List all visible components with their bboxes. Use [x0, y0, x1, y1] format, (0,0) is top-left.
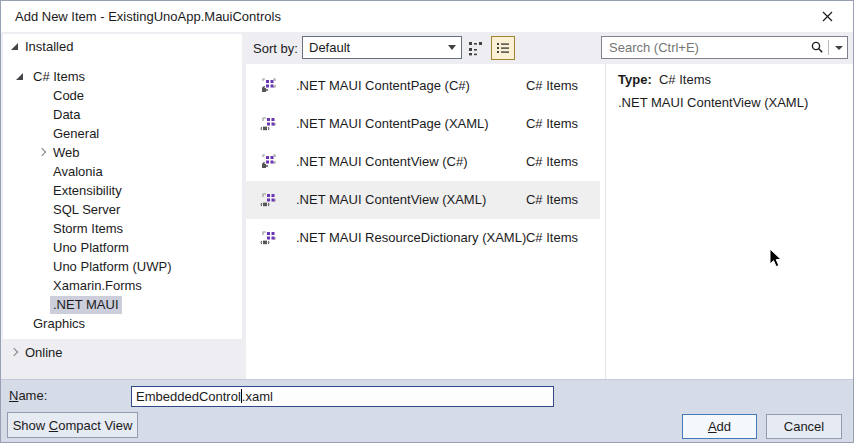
- name-input[interactable]: EmbeddedControl.xaml: [131, 386, 554, 407]
- name-label-accel: N: [9, 388, 18, 403]
- template-type-line: Type: C# Items: [618, 72, 711, 87]
- tree-node-online[interactable]: Online: [3, 344, 242, 362]
- search-divider: [828, 40, 829, 55]
- chevron-down-icon: [448, 45, 456, 50]
- tree-node-storm-items[interactable]: Storm Items: [3, 220, 242, 238]
- tree-node-uno-platform-uwp[interactable]: Uno Platform (UWP): [3, 258, 242, 276]
- template-item-name: .NET MAUI ContentPage (C#): [296, 67, 470, 105]
- maui-xaml-item-icon: [259, 191, 277, 209]
- tree-node-label: Installed: [22, 38, 76, 56]
- tree-node-general[interactable]: General: [3, 125, 242, 143]
- template-item-contentview-csharp[interactable]: .NET MAUI ContentView (C#) C# Items: [246, 143, 600, 181]
- tree-node-avalonia[interactable]: Avalonia: [3, 163, 242, 181]
- close-button[interactable]: [809, 4, 845, 29]
- tree-node-label: Avalonia: [50, 163, 106, 181]
- title-bar: Add New Item - ExistingUnoApp.MauiContro…: [1, 1, 853, 32]
- tree-node-label-selected: .NET MAUI: [50, 296, 122, 314]
- add-button[interactable]: Add: [682, 414, 757, 439]
- search-placeholder: Search (Ctrl+E): [609, 40, 699, 55]
- tree-node-label: Storm Items: [50, 220, 126, 238]
- add-accel: A: [708, 419, 717, 434]
- tree-node-label: Web: [50, 144, 83, 162]
- template-item-contentpage-csharp[interactable]: .NET MAUI ContentPage (C#) C# Items: [246, 67, 600, 105]
- template-item-category: C# Items: [526, 219, 578, 257]
- type-value: C# Items: [659, 72, 711, 87]
- template-item-name: .NET MAUI ContentView (C#): [296, 143, 467, 181]
- cancel-button[interactable]: Cancel: [766, 414, 842, 439]
- tree-node-data[interactable]: Data: [3, 106, 242, 124]
- template-item-category: C# Items: [526, 67, 578, 105]
- template-item-contentpage-xaml[interactable]: .NET MAUI ContentPage (XAML) C# Items: [246, 105, 600, 143]
- tree-node-sql-server[interactable]: SQL Server: [3, 201, 242, 219]
- tree-node-label: Online: [22, 344, 66, 362]
- tree-node-label: C# Items: [30, 68, 88, 86]
- tree-node-label: Data: [50, 106, 83, 124]
- tree-node-csharp-items[interactable]: C# Items: [3, 68, 242, 86]
- template-item-category: C# Items: [526, 105, 578, 143]
- name-label-rest: ame:: [18, 388, 47, 403]
- dialog-title: Add New Item - ExistingUnoApp.MauiContro…: [15, 9, 281, 24]
- compact-accel: C: [49, 418, 58, 433]
- list-view-icon: [495, 40, 511, 56]
- tree-node-label: Uno Platform (UWP): [50, 258, 174, 276]
- tree-node-installed[interactable]: Installed: [3, 38, 242, 56]
- tree-node-label: Graphics: [30, 315, 88, 333]
- small-icons-view-button[interactable]: [464, 36, 488, 60]
- template-item-category: C# Items: [526, 143, 578, 181]
- tree-node-web[interactable]: Web: [3, 144, 242, 162]
- name-value-before-caret: EmbeddedControl: [136, 389, 241, 404]
- tree-node-uno-platform[interactable]: Uno Platform: [3, 239, 242, 257]
- maui-xaml-item-icon: [259, 229, 277, 247]
- tree-node-graphics[interactable]: Graphics: [3, 315, 242, 333]
- tree-node-label: General: [50, 125, 102, 143]
- compact-pre: Show: [13, 418, 49, 433]
- template-item-contentview-xaml-selected[interactable]: .NET MAUI ContentView (XAML) C# Items: [246, 181, 600, 219]
- name-label: Name:: [9, 388, 47, 403]
- tree-node-xamarin-forms[interactable]: Xamarin.Forms: [3, 277, 242, 295]
- template-item-name: .NET MAUI ResourceDictionary (XAML): [296, 219, 526, 257]
- expander-open-icon[interactable]: [16, 68, 28, 86]
- compact-post: ompact View: [58, 418, 132, 433]
- footer-bar: Name: EmbeddedControl.xaml Show Compact …: [1, 379, 853, 443]
- template-category-tree: Installed C# Items Code Data General Web…: [3, 34, 242, 339]
- small-icons-view-icon: [468, 40, 484, 56]
- show-compact-view-button[interactable]: Show Compact View: [7, 412, 138, 438]
- name-value-after-caret: .xaml: [242, 389, 273, 404]
- tree-node-extensibility[interactable]: Extensibility: [3, 182, 242, 200]
- tree-node-dotnet-maui[interactable]: .NET MAUI: [3, 296, 242, 314]
- template-item-resourcedictionary-xaml[interactable]: .NET MAUI ResourceDictionary (XAML) C# I…: [246, 219, 600, 257]
- template-item-name: .NET MAUI ContentPage (XAML): [296, 105, 489, 143]
- sort-by-dropdown[interactable]: Default: [302, 36, 462, 59]
- tree-node-label: Xamarin.Forms: [50, 277, 145, 295]
- tree-node-label: Extensibility: [50, 182, 125, 200]
- search-icon[interactable]: [810, 40, 824, 54]
- maui-csharp-item-icon: [259, 153, 277, 171]
- add-rest: dd: [717, 419, 731, 434]
- list-view-button[interactable]: [491, 36, 515, 60]
- template-description: .NET MAUI ContentView (XAML): [618, 95, 808, 110]
- sort-by-label: Sort by:: [253, 41, 298, 56]
- tree-node-label: Code: [50, 87, 87, 105]
- chevron-down-icon[interactable]: [835, 46, 843, 50]
- sort-by-value: Default: [309, 40, 350, 55]
- add-new-item-dialog: Add New Item - ExistingUnoApp.MauiContro…: [0, 0, 854, 443]
- search-input[interactable]: Search (Ctrl+E): [601, 36, 848, 59]
- tree-node-code[interactable]: Code: [3, 87, 242, 105]
- tree-node-label: SQL Server: [50, 201, 123, 219]
- type-label: Type:: [618, 72, 652, 87]
- mouse-cursor: [769, 248, 783, 269]
- maui-csharp-item-icon: [259, 77, 277, 95]
- close-icon: [822, 11, 833, 22]
- template-item-name: .NET MAUI ContentView (XAML): [296, 181, 486, 219]
- maui-xaml-item-icon: [259, 115, 277, 133]
- template-item-category: C# Items: [526, 181, 578, 219]
- tree-node-label: Uno Platform: [50, 239, 132, 257]
- panel-divider: [605, 64, 606, 379]
